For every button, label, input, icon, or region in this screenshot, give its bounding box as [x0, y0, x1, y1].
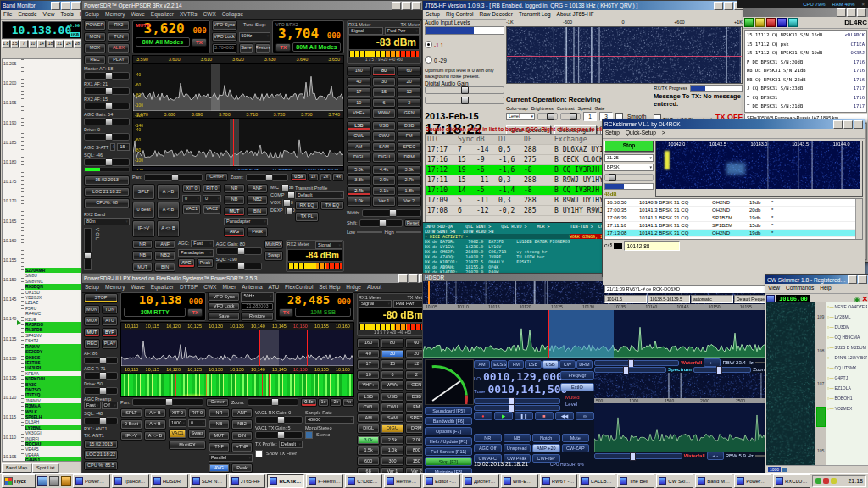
start-button[interactable]: Пуск: [2, 474, 36, 488]
psk-spot-row[interactable]: T DE BPSK31 S/N:21dB1717: [745, 102, 866, 111]
mail-icon[interactable]: [788, 18, 798, 27]
vfo-b[interactable]: 28,485 000 TX10M SSB: [275, 292, 354, 321]
cw-spot[interactable]: ○—DU3DM: [827, 324, 867, 330]
control-button[interactable]: MOX: [84, 316, 100, 326]
high-stepper[interactable]: [396, 231, 421, 233]
level-slider[interactable]: [84, 133, 130, 141]
task-button[interactable]: Band Master: [695, 474, 732, 488]
menu-item[interactable]: CWX: [203, 11, 216, 19]
mode-button[interactable]: DIGL: [347, 152, 371, 163]
close-icon[interactable]: [857, 8, 866, 17]
loop-button[interactable]: ∞: [576, 412, 594, 420]
rck-titlebar[interactable]: RCKskimmer V1.1 by DL4RCK: [603, 119, 865, 129]
band-button[interactable]: 14: [37, 40, 46, 47]
function-button[interactable]: Full Screen [F11]: [425, 447, 472, 456]
band-button[interactable]: 15: [381, 359, 403, 369]
peak-button[interactable]: Peak: [247, 227, 268, 237]
cw-spot[interactable]: ○—CQ UT5MX: [827, 365, 867, 370]
band-button[interactable]: 80: [381, 338, 403, 348]
cw-spot-call[interactable]: NF3/E OA4DZE EX: [835, 304, 867, 309]
zoom-slider[interactable]: [248, 398, 299, 406]
maximize-icon[interactable]: [61, 2, 70, 10]
level-radio2-icon[interactable]: [425, 56, 432, 64]
minimize-icon[interactable]: [398, 274, 408, 283]
avg-button[interactable]: AVG: [224, 227, 245, 237]
contrast-slider[interactable]: [560, 113, 581, 120]
tune-icon[interactable]: [755, 18, 765, 27]
function-button[interactable]: Help / Update [F1]: [425, 437, 472, 446]
dsp-button[interactable]: ANF: [247, 184, 268, 194]
minimize-icon[interactable]: [392, 2, 401, 10]
close-icon[interactable]: [71, 2, 81, 10]
menu-item[interactable]: About: [367, 284, 381, 291]
menu-item[interactable]: Tools: [61, 11, 74, 19]
digital-gain-slider2[interactable]: [425, 97, 504, 104]
task-button[interactable]: SDR Network ...: [190, 474, 227, 488]
menu-item[interactable]: DTTSP: [180, 284, 198, 291]
function-button[interactable]: Stop [F2]: [425, 458, 472, 466]
cw-spot[interactable]: ○—NF3/E OA4DZE EX: [827, 304, 867, 309]
menu-item[interactable]: Setup: [605, 130, 620, 137]
maximize-icon[interactable]: [847, 8, 856, 17]
eq-button[interactable]: TX EQ: [320, 201, 344, 211]
agct-slider[interactable]: [84, 372, 118, 380]
sql-slider[interactable]: [84, 417, 118, 424]
band-button[interactable]: 30: [372, 77, 397, 87]
cw-spot[interactable]: ○—E4N/6 12U/Y B0RAI: [827, 355, 867, 360]
band-button[interactable]: 160: [357, 338, 380, 348]
cw-spot[interactable]: ○—G4PTJ: [827, 375, 867, 380]
band-button[interactable]: 160: [347, 66, 371, 76]
menu-item[interactable]: File: [3, 11, 12, 19]
af-spectrum-canvas[interactable]: [594, 403, 779, 452]
cw-spot[interactable]: ○—LY2BML: [827, 314, 867, 319]
rewind-button[interactable]: ◀◀: [555, 412, 574, 420]
colormap-select[interactable]: Level: [506, 113, 535, 120]
refresh-icon[interactable]: c↺: [604, 242, 612, 249]
minimize-icon[interactable]: [848, 275, 857, 284]
att-stepper[interactable]: 15: [117, 143, 130, 151]
task-button[interactable]: CALLBK.doc -...: [579, 474, 616, 488]
zoom-preset-button[interactable]: 0.5x: [301, 398, 316, 407]
save-button[interactable]: Save: [208, 312, 240, 321]
shift-reset-button[interactable]: Reset: [404, 219, 421, 228]
cw-spot-call[interactable]: E4N/6 12U/Y B0RAI: [835, 355, 867, 360]
speed-stepper[interactable]: 1: [583, 112, 597, 121]
rx1-panadapter[interactable]: 3.5903.6003.6103.6203.6303.6403.650 -40-…: [132, 55, 344, 171]
menu-item[interactable]: Setup: [426, 11, 440, 19]
freq-input[interactable]: 10142,88: [624, 241, 680, 251]
swap-button[interactable]: Swap: [264, 251, 282, 261]
zoom-slider[interactable]: [693, 367, 752, 373]
mode-button[interactable]: LSB: [525, 360, 541, 369]
zoom-preset-button[interactable]: 2x: [320, 173, 331, 181]
panadapter[interactable]: 10,11010,11510,12010,12510,13010,13510,1…: [120, 322, 354, 397]
mode-button[interactable]: FM: [508, 360, 524, 369]
sample-rate-select[interactable]: 48000: [305, 416, 354, 424]
dsp-button[interactable]: NR: [224, 184, 245, 194]
band-button[interactable]: 17: [347, 87, 371, 97]
ab-button[interactable]: A <> B: [144, 431, 166, 441]
ab-button[interactable]: IF->V: [132, 220, 155, 237]
band-button[interactable]: 40: [347, 77, 371, 87]
rx2-avg-button[interactable]: AVG: [178, 258, 195, 269]
menu-item[interactable]: >: [662, 130, 665, 137]
agc-select[interactable]: Fast: [84, 402, 101, 409]
ab-button[interactable]: A <> B: [157, 220, 180, 237]
band-button[interactable]: 10: [357, 370, 380, 380]
filter-button[interactable]: 1.0k: [347, 197, 371, 207]
dsp-button[interactable]: BIN: [231, 431, 253, 441]
maximize-icon[interactable]: [409, 274, 418, 283]
jt65-titlebar[interactable]: JT65-HF Version 1.0.9.3 - [ RB Enabled, …: [423, 1, 745, 10]
rx-passband-marker[interactable]: [816, 407, 826, 427]
maximize-icon[interactable]: [402, 2, 411, 10]
control-button[interactable]: REC: [84, 55, 106, 65]
band-button[interactable]: 12: [397, 87, 421, 97]
filter-button[interactable]: 4.4k: [372, 165, 397, 175]
filter-button[interactable]: 1.0k: [381, 446, 403, 456]
rx2-agc-select[interactable]: Fast: [191, 240, 213, 247]
rit-button[interactable]: RIT 0: [203, 184, 221, 194]
mode-button[interactable]: CWU: [381, 402, 403, 413]
low-stepper[interactable]: [357, 231, 382, 233]
powersdr2-titlebar[interactable]: PowerSDR-UI LPX based on FlexRadio Syste…: [82, 274, 430, 283]
band-button[interactable]: 40: [357, 349, 380, 359]
gain-slider[interactable]: [604, 174, 654, 181]
